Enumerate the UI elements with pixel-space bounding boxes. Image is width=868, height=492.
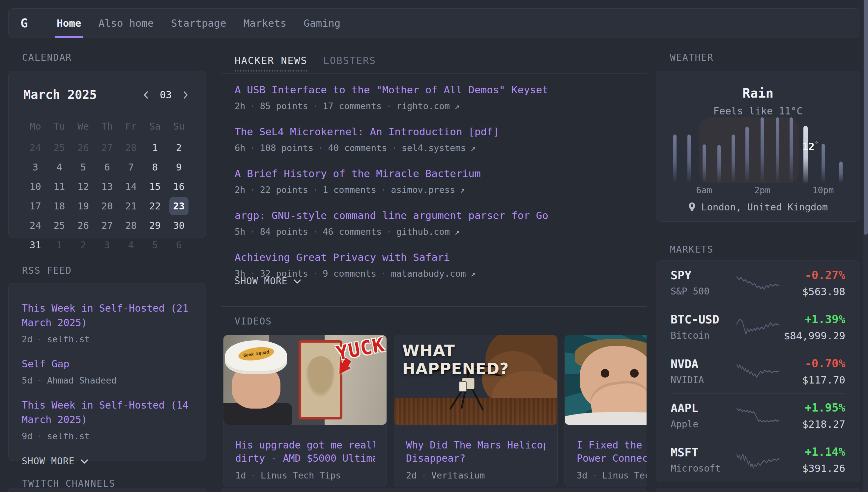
news-item-comments[interactable]: 17 comments [323, 101, 382, 111]
calendar-day: 28 [119, 216, 143, 235]
news-item: Achieving Great Privacy with Safari 3h 3… [235, 251, 633, 279]
market-price: $218.27 [779, 418, 845, 430]
news-item-domain[interactable]: github.com [396, 226, 450, 237]
calendar-day: 3 [23, 157, 48, 177]
nav-tab[interactable]: Also home [99, 8, 154, 38]
weather-hour-slot [726, 117, 740, 197]
divider [221, 73, 647, 74]
market-name: NVIDIA [670, 375, 737, 386]
weather-temp-bar [687, 134, 691, 183]
video-card[interactable]: Geek Squad YUCK His upgrade got me reall… [223, 335, 387, 487]
news-source-tab[interactable]: HACKER NEWS [235, 55, 308, 72]
market-ticker: NVDA [670, 358, 737, 371]
news-item-title[interactable]: A Brief History of the Miracle Bacterium [235, 167, 633, 180]
nav-tab[interactable]: Markets [243, 8, 287, 38]
separator-dot [37, 431, 43, 441]
nav-tab[interactable]: Home [57, 8, 81, 38]
market-row[interactable]: NVDA NVIDIA -0.70% $117.70 [670, 349, 845, 393]
rss-item-title[interactable]: Self Gap [22, 357, 192, 371]
rss-show-more-button[interactable]: SHOW MORE [22, 456, 192, 467]
weather-hour-slot [740, 117, 754, 197]
video-title-line[interactable]: dirty - AMD $5000 Ultimate… [235, 452, 375, 465]
app-logo[interactable]: G [8, 8, 40, 38]
news-item-domain[interactable]: asimov.press [391, 184, 455, 195]
market-name: Microsoft [670, 463, 737, 474]
video-title-line[interactable]: I Fixed the 5090 Melting [577, 439, 647, 452]
calendar-day: 4 [119, 235, 143, 254]
news-item-title[interactable]: The SeL4 Microkernel: An Introduction [p… [235, 125, 633, 138]
separator-dot [381, 184, 386, 195]
video-thumbnail[interactable]: WHAT HAPPENED? [394, 335, 557, 425]
news-item-points: 85 points [260, 101, 308, 111]
market-sparkline [737, 362, 779, 381]
separator-dot [313, 101, 318, 111]
weather-hour-slot [770, 117, 785, 197]
calendar-day: 6 [167, 235, 191, 254]
news-source-tab[interactable]: LOBSTERS [323, 55, 376, 72]
rss-item: Self Gap 5d Ahmad Shadeed [22, 357, 192, 386]
clipped-card-top [8, 488, 206, 492]
separator-dot [592, 470, 598, 481]
weather-location: London, United Kingdom [701, 201, 828, 213]
news-item-title[interactable]: A USB Interface to the "Mother of All De… [235, 83, 633, 96]
news-item: A USB Interface to the "Mother of All De… [235, 83, 633, 111]
nav-tab[interactable]: Startpage [171, 8, 227, 38]
news-item-points: 108 points [260, 143, 314, 153]
news-item-domain[interactable]: righto.com [396, 101, 450, 111]
video-title-line[interactable]: His upgrade got me really [235, 439, 375, 452]
market-name: S&P 500 [670, 286, 737, 297]
market-ticker: MSFT [670, 446, 737, 459]
market-row[interactable]: MSFT Microsoft +1.14% $391.26 [670, 438, 845, 482]
weather-hour-slot [668, 117, 682, 197]
video-card[interactable]: WHAT HAPPENED? Why Did The Mars Helicopt… [394, 335, 558, 487]
market-sparkline [737, 406, 779, 425]
video-thumbnail[interactable]: DO TH T [565, 335, 647, 425]
separator-dot [251, 470, 256, 481]
news-item-title[interactable]: Achieving Great Privacy with Safari [235, 251, 633, 264]
market-ticker: SPY [670, 269, 737, 282]
calendar-day: 19 [71, 196, 95, 216]
separator-dot [381, 268, 386, 279]
separator-dot [386, 101, 392, 111]
rss-item-title[interactable]: This Week in Self-Hosted (14 March 2025) [22, 398, 192, 427]
news-item-domain[interactable]: sel4.systems [402, 143, 466, 153]
news-item-comments[interactable]: 40 comments [328, 143, 387, 153]
video-thumbnail[interactable]: Geek Squad YUCK [223, 335, 387, 425]
weather-temp-bar [717, 145, 721, 183]
calendar-day: 25 [48, 216, 72, 235]
calendar-day: 5 [71, 157, 95, 177]
news-item: argp: GNU-style command line argument pa… [235, 209, 633, 237]
rss-item-title[interactable]: This Week in Self-Hosted (21 March 2025) [22, 301, 192, 330]
market-row[interactable]: AAPL Apple +1.95% $218.27 [670, 394, 845, 438]
scrollbar-thumb[interactable] [864, 0, 868, 235]
news-item-comments[interactable]: 1 comments [323, 184, 376, 195]
calendar-day: 21 [119, 196, 143, 216]
nav-tab[interactable]: Gaming [304, 8, 340, 38]
video-title-line[interactable]: Power Connector Problem [577, 452, 647, 465]
news-show-more-button[interactable]: SHOW MORE [235, 276, 301, 287]
video-title-line[interactable]: Why Did The Mars Helicopter [406, 439, 545, 452]
dirty-filter-graphic [298, 340, 343, 419]
calendar-day: 6 [95, 157, 119, 177]
news-item-comments[interactable]: 9 comments [323, 268, 376, 279]
news-item-comments[interactable]: 46 comments [323, 226, 382, 237]
calendar-prev-icon[interactable] [141, 89, 152, 101]
news-item: A Brief History of the Miracle Bacterium… [235, 167, 633, 195]
news-item-domain[interactable]: matanabudy.com [391, 268, 466, 279]
calendar-day: 27 [95, 138, 119, 157]
news-item-title[interactable]: argp: GNU-style command line argument pa… [235, 209, 633, 222]
video-title-line[interactable]: Disappear? [406, 452, 545, 465]
market-change: +1.39% [779, 313, 845, 326]
videos-section-label: VIDEOS [235, 316, 272, 327]
calendar-day: 20 [95, 196, 119, 216]
video-card[interactable]: DO TH T I Fixed the 5090 Melting Power C… [564, 335, 647, 487]
separator-dot [392, 143, 397, 153]
divider [221, 306, 647, 307]
market-row[interactable]: BTC-USD Bitcoin +1.39% $84,999.29 [670, 305, 845, 349]
calendar-weekday-row: MoTuWeThFrSaSu [23, 116, 191, 136]
calendar-next-icon[interactable] [180, 89, 191, 101]
calendar-day: 24 [23, 138, 48, 157]
weather-temp-bar [790, 117, 793, 183]
weather-axis-label: 6am [696, 183, 712, 197]
market-row[interactable]: SPY S&P 500 -0.27% $563.98 [670, 261, 845, 305]
